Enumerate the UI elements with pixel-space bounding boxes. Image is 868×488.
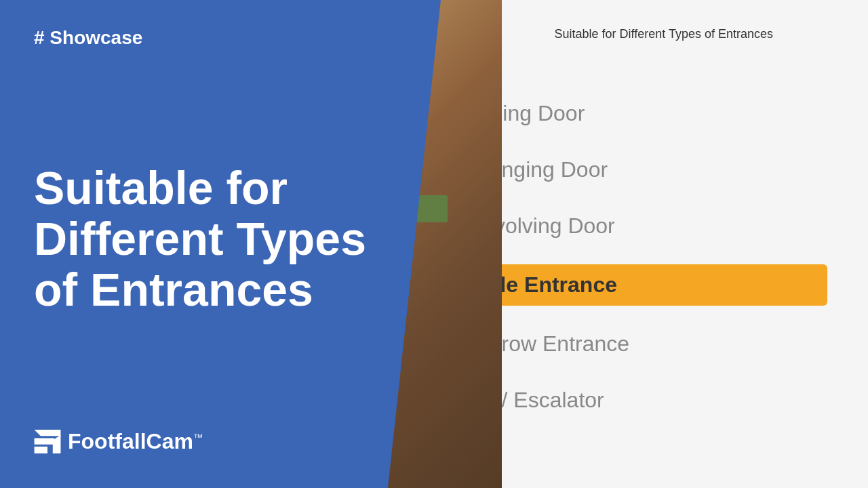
footfallcam-logo-icon xyxy=(34,430,61,453)
svg-marker-3 xyxy=(53,435,61,453)
hashtag-label: # Showcase xyxy=(34,27,400,49)
logo-text: FootfallCam™ xyxy=(68,429,203,454)
logo-area: FootfallCam™ xyxy=(34,429,400,454)
logo-trademark: ™ xyxy=(193,432,203,443)
svg-marker-2 xyxy=(35,447,47,453)
svg-marker-1 xyxy=(35,438,55,444)
main-title-text: Suitable for Different Types of Entrance… xyxy=(34,49,400,429)
svg-marker-0 xyxy=(35,430,61,436)
left-panel: # Showcase Suitable for Different Types … xyxy=(0,0,441,488)
